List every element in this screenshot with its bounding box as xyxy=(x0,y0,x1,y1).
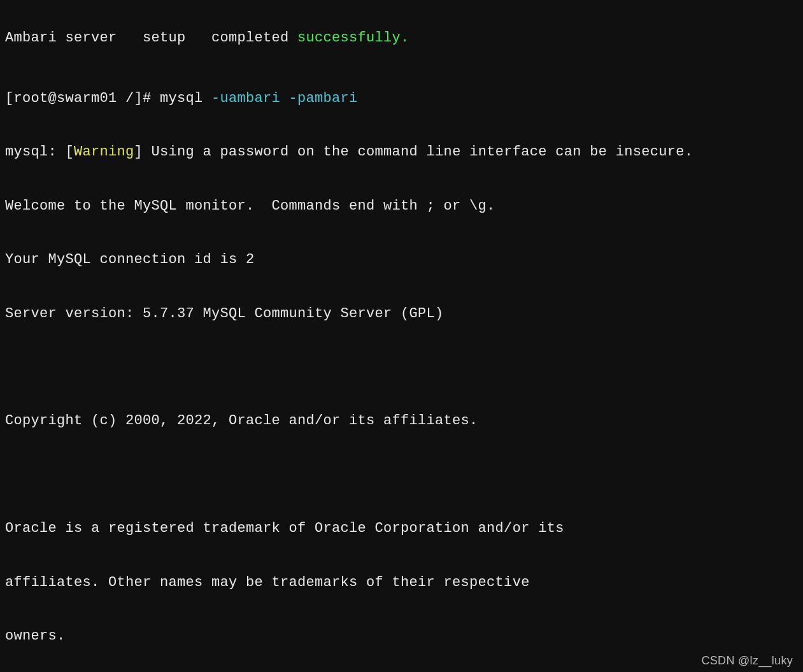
partial-line-top: Ambari server setup completed successful… xyxy=(5,29,798,47)
copyright-line: Copyright (c) 2000, 2022, Oracle and/or … xyxy=(5,412,798,430)
shell-prompt-line: [root@swarm01 /]# mysql -uambari -pambar… xyxy=(5,90,798,108)
trademark-line: owners. xyxy=(5,627,798,645)
mysql-warning-line: mysql: [Warning] Using a password on the… xyxy=(5,143,798,161)
mysql-welcome-line: Welcome to the MySQL monitor. Commands e… xyxy=(5,197,798,215)
blank-line xyxy=(5,359,798,376)
watermark-text: CSDN @lz__luky xyxy=(701,654,793,668)
mysql-connection-id-line: Your MySQL connection id is 2 xyxy=(5,251,798,269)
blank-line xyxy=(5,466,798,484)
trademark-line: Oracle is a registered trademark of Orac… xyxy=(5,520,798,538)
terminal-output[interactable]: Ambari server setup completed successful… xyxy=(0,0,803,672)
mysql-server-version-line: Server version: 5.7.37 MySQL Community S… xyxy=(5,305,798,323)
trademark-line: affiliates. Other names may be trademark… xyxy=(5,574,798,592)
